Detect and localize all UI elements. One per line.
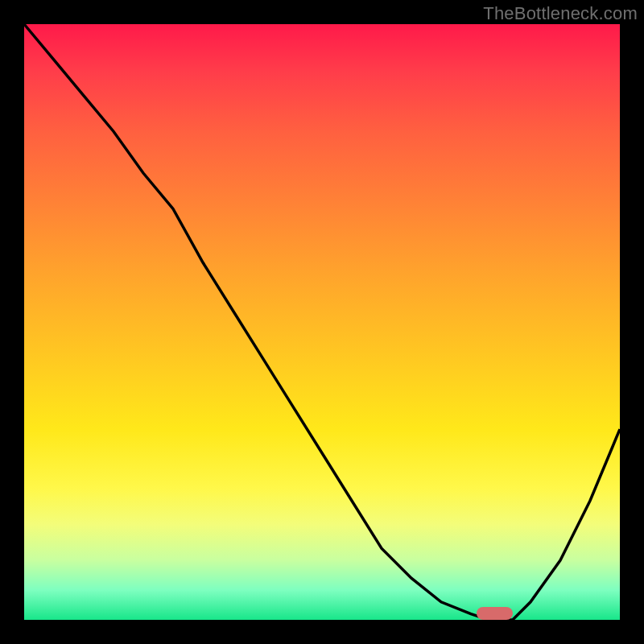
outer-frame: TheBottleneck.com [0,0,644,644]
watermark-text: TheBottleneck.com [483,3,638,24]
plot-border [23,23,621,621]
